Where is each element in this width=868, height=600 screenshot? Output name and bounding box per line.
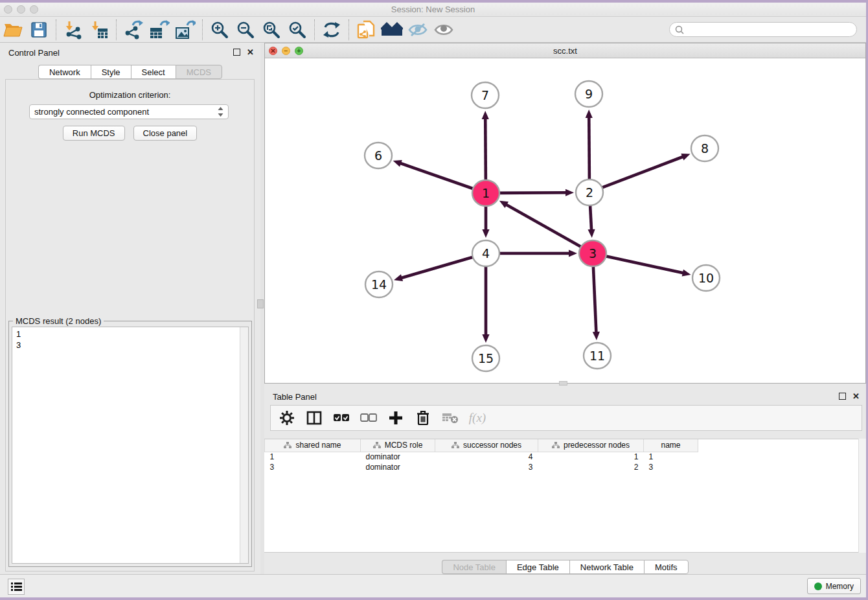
toolbar-separator (348, 19, 349, 40)
memory-button[interactable]: Memory (807, 578, 861, 594)
search-field[interactable] (669, 22, 857, 37)
graph-edge[interactable] (482, 266, 489, 343)
float-table-panel-icon[interactable] (839, 393, 846, 400)
tab-network[interactable]: Network (38, 65, 91, 79)
graph-edge[interactable] (586, 110, 593, 180)
graph-edge[interactable] (601, 154, 691, 188)
table-cell[interactable]: dominator (361, 462, 435, 472)
import-table-icon[interactable] (86, 19, 112, 41)
table-cell[interactable]: 1 (538, 452, 644, 462)
graph-node-4[interactable]: 4 (472, 240, 499, 266)
graph-edge[interactable] (588, 205, 595, 238)
zoom-in-icon[interactable] (207, 19, 233, 41)
zoom-fit-icon[interactable] (258, 19, 284, 41)
export-table-icon[interactable] (146, 19, 172, 41)
control-panel: Control Panel ✕ Network Style Select MCD… (0, 43, 260, 574)
float-panel-icon[interactable] (233, 49, 240, 56)
column-header-4[interactable]: name (644, 439, 698, 452)
table-cell[interactable]: 1 (265, 452, 361, 462)
clone-network-icon[interactable] (353, 19, 379, 41)
table-cell[interactable]: dominator (361, 452, 435, 462)
graph-edge[interactable] (482, 205, 489, 238)
close-panel-icon[interactable]: ✕ (247, 48, 254, 56)
mcds-result-scrollbar[interactable] (240, 327, 248, 563)
close-panel-button[interactable]: Close panel (133, 126, 198, 141)
network-window-titlebar[interactable]: ✕ − + scc.txt (265, 43, 865, 58)
table-cell[interactable]: 3 (644, 462, 698, 472)
splitter-grip[interactable] (257, 299, 264, 308)
control-panel-tabs: Network Style Select MCDS (0, 65, 260, 79)
graph-edge[interactable] (499, 201, 582, 248)
table-scrollbar[interactable] (858, 439, 866, 553)
table-cell[interactable]: 3 (435, 462, 538, 472)
tab-mcds[interactable]: MCDS (176, 65, 222, 79)
zoom-selected-icon[interactable] (284, 19, 310, 41)
graph-node-8[interactable]: 8 (691, 135, 718, 161)
graph-edge[interactable] (498, 189, 574, 196)
graph-node-10[interactable]: 10 (692, 265, 720, 291)
show-all-icon[interactable] (431, 19, 457, 41)
node-table: shared nameMCDS rolesuccessor nodesprede… (264, 439, 863, 553)
search-input[interactable] (684, 25, 851, 34)
graph-edge[interactable] (605, 256, 691, 277)
column-header-0[interactable]: shared name (265, 439, 361, 452)
refresh-view-icon[interactable] (319, 19, 345, 41)
graph-node-11[interactable]: 11 (584, 343, 611, 369)
hide-selected-icon[interactable] (405, 19, 431, 41)
run-mcds-button[interactable]: Run MCDS (63, 126, 125, 141)
delete-table-icon[interactable] (439, 408, 461, 428)
graph-node-2[interactable]: 2 (576, 179, 603, 205)
function-builder-icon[interactable]: f(x) (466, 408, 488, 428)
close-table-panel-icon[interactable]: ✕ (852, 392, 860, 400)
zoom-out-icon[interactable] (233, 19, 258, 41)
add-column-icon[interactable] (385, 408, 407, 428)
column-settings-icon[interactable] (276, 408, 298, 428)
horizontal-splitter-grip[interactable] (559, 381, 567, 386)
graph-edge[interactable] (482, 111, 489, 181)
table-cell[interactable]: 3 (265, 462, 361, 472)
export-network-icon[interactable] (120, 19, 146, 41)
svg-text:11: 11 (589, 349, 605, 363)
graph-node-1[interactable]: 1 (472, 180, 499, 206)
table-cell[interactable]: 4 (435, 452, 538, 462)
delete-column-icon[interactable] (412, 408, 434, 428)
graph-edge[interactable] (394, 257, 474, 281)
graph-node-3[interactable]: 3 (579, 240, 606, 266)
network-canvas[interactable]: 7968124314101511 (265, 58, 865, 383)
tab-edge-table[interactable]: Edge Table (506, 560, 569, 574)
svg-text:1: 1 (482, 186, 490, 200)
hierarchy-icon (373, 442, 381, 448)
task-history-button[interactable] (8, 579, 25, 595)
graph-node-15[interactable]: 15 (472, 345, 499, 371)
graph-node-9[interactable]: 9 (575, 81, 602, 107)
save-session-icon[interactable] (26, 19, 52, 41)
open-file-icon[interactable] (0, 19, 26, 41)
graph-node-14[interactable]: 14 (365, 271, 393, 297)
column-header-3[interactable]: predecessor nodes (538, 439, 644, 452)
table-cell[interactable]: 1 (644, 452, 698, 462)
graph-edge[interactable] (498, 249, 577, 257)
column-header-1[interactable]: MCDS role (361, 439, 435, 452)
column-header-2[interactable]: successor nodes (435, 439, 538, 452)
tab-motifs[interactable]: Motifs (644, 560, 689, 574)
mcds-result-text[interactable]: 1 3 (12, 327, 249, 564)
criterion-dropdown[interactable]: strongly connected component (29, 104, 229, 119)
tab-node-table[interactable]: Node Table (442, 560, 506, 574)
tab-network-table[interactable]: Network Table (569, 560, 644, 574)
graph-node-6[interactable]: 6 (365, 143, 392, 168)
table-row[interactable]: 3dominator323 (265, 462, 698, 472)
select-all-checkbox-icon[interactable] (330, 408, 352, 428)
table-cell[interactable]: 2 (538, 462, 644, 472)
graph-edge[interactable] (393, 160, 474, 189)
tab-select[interactable]: Select (131, 65, 176, 79)
import-network-icon[interactable] (60, 19, 86, 41)
table-row[interactable]: 1dominator411 (265, 452, 698, 462)
toolbar-separator (314, 19, 315, 40)
tab-style[interactable]: Style (91, 65, 131, 79)
export-image-icon[interactable] (172, 19, 198, 41)
graph-node-7[interactable]: 7 (472, 82, 499, 108)
deselect-all-checkbox-icon[interactable] (358, 408, 380, 428)
split-panel-icon[interactable] (303, 408, 325, 428)
graph-edge[interactable] (593, 266, 600, 340)
home-layout-icon[interactable] (379, 19, 405, 41)
